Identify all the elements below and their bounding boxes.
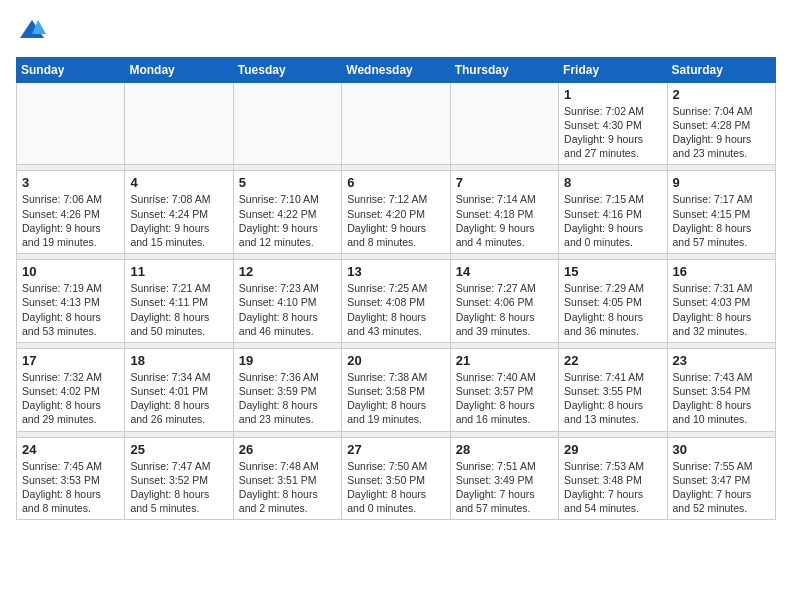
week-row-5: 24Sunrise: 7:45 AM Sunset: 3:53 PM Dayli… <box>17 437 776 520</box>
day-number: 28 <box>456 442 553 457</box>
day-number: 12 <box>239 264 336 279</box>
day-info: Sunrise: 7:43 AM Sunset: 3:54 PM Dayligh… <box>673 370 770 427</box>
day-info: Sunrise: 7:12 AM Sunset: 4:20 PM Dayligh… <box>347 192 444 249</box>
day-cell <box>233 82 341 165</box>
day-number: 26 <box>239 442 336 457</box>
day-info: Sunrise: 7:29 AM Sunset: 4:05 PM Dayligh… <box>564 281 661 338</box>
day-number: 3 <box>22 175 119 190</box>
day-cell: 21Sunrise: 7:40 AM Sunset: 3:57 PM Dayli… <box>450 348 558 431</box>
day-cell: 5Sunrise: 7:10 AM Sunset: 4:22 PM Daylig… <box>233 171 341 254</box>
day-number: 22 <box>564 353 661 368</box>
day-number: 2 <box>673 87 770 102</box>
day-info: Sunrise: 7:02 AM Sunset: 4:30 PM Dayligh… <box>564 104 661 161</box>
day-info: Sunrise: 7:53 AM Sunset: 3:48 PM Dayligh… <box>564 459 661 516</box>
day-cell: 28Sunrise: 7:51 AM Sunset: 3:49 PM Dayli… <box>450 437 558 520</box>
day-info: Sunrise: 7:23 AM Sunset: 4:10 PM Dayligh… <box>239 281 336 338</box>
day-cell: 6Sunrise: 7:12 AM Sunset: 4:20 PM Daylig… <box>342 171 450 254</box>
day-number: 8 <box>564 175 661 190</box>
day-info: Sunrise: 7:25 AM Sunset: 4:08 PM Dayligh… <box>347 281 444 338</box>
column-header-wednesday: Wednesday <box>342 57 450 82</box>
day-cell: 16Sunrise: 7:31 AM Sunset: 4:03 PM Dayli… <box>667 260 775 343</box>
day-cell: 26Sunrise: 7:48 AM Sunset: 3:51 PM Dayli… <box>233 437 341 520</box>
day-cell: 15Sunrise: 7:29 AM Sunset: 4:05 PM Dayli… <box>559 260 667 343</box>
day-cell: 27Sunrise: 7:50 AM Sunset: 3:50 PM Dayli… <box>342 437 450 520</box>
day-number: 20 <box>347 353 444 368</box>
day-number: 15 <box>564 264 661 279</box>
day-info: Sunrise: 7:38 AM Sunset: 3:58 PM Dayligh… <box>347 370 444 427</box>
page-header <box>16 16 776 49</box>
day-cell: 22Sunrise: 7:41 AM Sunset: 3:55 PM Dayli… <box>559 348 667 431</box>
day-info: Sunrise: 7:34 AM Sunset: 4:01 PM Dayligh… <box>130 370 227 427</box>
week-row-1: 1Sunrise: 7:02 AM Sunset: 4:30 PM Daylig… <box>17 82 776 165</box>
day-cell: 14Sunrise: 7:27 AM Sunset: 4:06 PM Dayli… <box>450 260 558 343</box>
day-number: 10 <box>22 264 119 279</box>
day-info: Sunrise: 7:21 AM Sunset: 4:11 PM Dayligh… <box>130 281 227 338</box>
day-cell: 20Sunrise: 7:38 AM Sunset: 3:58 PM Dayli… <box>342 348 450 431</box>
day-info: Sunrise: 7:36 AM Sunset: 3:59 PM Dayligh… <box>239 370 336 427</box>
day-info: Sunrise: 7:06 AM Sunset: 4:26 PM Dayligh… <box>22 192 119 249</box>
day-cell <box>342 82 450 165</box>
day-number: 30 <box>673 442 770 457</box>
day-number: 14 <box>456 264 553 279</box>
day-cell: 1Sunrise: 7:02 AM Sunset: 4:30 PM Daylig… <box>559 82 667 165</box>
day-cell <box>125 82 233 165</box>
day-number: 21 <box>456 353 553 368</box>
week-row-4: 17Sunrise: 7:32 AM Sunset: 4:02 PM Dayli… <box>17 348 776 431</box>
day-cell: 3Sunrise: 7:06 AM Sunset: 4:26 PM Daylig… <box>17 171 125 254</box>
day-info: Sunrise: 7:17 AM Sunset: 4:15 PM Dayligh… <box>673 192 770 249</box>
day-cell: 12Sunrise: 7:23 AM Sunset: 4:10 PM Dayli… <box>233 260 341 343</box>
day-number: 29 <box>564 442 661 457</box>
day-number: 4 <box>130 175 227 190</box>
day-number: 13 <box>347 264 444 279</box>
day-cell: 10Sunrise: 7:19 AM Sunset: 4:13 PM Dayli… <box>17 260 125 343</box>
day-info: Sunrise: 7:14 AM Sunset: 4:18 PM Dayligh… <box>456 192 553 249</box>
day-number: 27 <box>347 442 444 457</box>
day-number: 16 <box>673 264 770 279</box>
day-cell: 23Sunrise: 7:43 AM Sunset: 3:54 PM Dayli… <box>667 348 775 431</box>
day-number: 25 <box>130 442 227 457</box>
day-info: Sunrise: 7:32 AM Sunset: 4:02 PM Dayligh… <box>22 370 119 427</box>
day-info: Sunrise: 7:50 AM Sunset: 3:50 PM Dayligh… <box>347 459 444 516</box>
day-number: 23 <box>673 353 770 368</box>
header-row: SundayMondayTuesdayWednesdayThursdayFrid… <box>17 57 776 82</box>
day-info: Sunrise: 7:51 AM Sunset: 3:49 PM Dayligh… <box>456 459 553 516</box>
day-cell: 25Sunrise: 7:47 AM Sunset: 3:52 PM Dayli… <box>125 437 233 520</box>
week-row-2: 3Sunrise: 7:06 AM Sunset: 4:26 PM Daylig… <box>17 171 776 254</box>
day-cell: 2Sunrise: 7:04 AM Sunset: 4:28 PM Daylig… <box>667 82 775 165</box>
day-number: 5 <box>239 175 336 190</box>
day-info: Sunrise: 7:47 AM Sunset: 3:52 PM Dayligh… <box>130 459 227 516</box>
day-cell: 19Sunrise: 7:36 AM Sunset: 3:59 PM Dayli… <box>233 348 341 431</box>
logo-icon <box>18 16 46 44</box>
day-info: Sunrise: 7:10 AM Sunset: 4:22 PM Dayligh… <box>239 192 336 249</box>
day-number: 6 <box>347 175 444 190</box>
day-cell: 8Sunrise: 7:15 AM Sunset: 4:16 PM Daylig… <box>559 171 667 254</box>
day-number: 7 <box>456 175 553 190</box>
day-number: 19 <box>239 353 336 368</box>
day-info: Sunrise: 7:15 AM Sunset: 4:16 PM Dayligh… <box>564 192 661 249</box>
day-cell: 4Sunrise: 7:08 AM Sunset: 4:24 PM Daylig… <box>125 171 233 254</box>
day-cell: 30Sunrise: 7:55 AM Sunset: 3:47 PM Dayli… <box>667 437 775 520</box>
day-info: Sunrise: 7:40 AM Sunset: 3:57 PM Dayligh… <box>456 370 553 427</box>
day-info: Sunrise: 7:04 AM Sunset: 4:28 PM Dayligh… <box>673 104 770 161</box>
day-number: 17 <box>22 353 119 368</box>
calendar: SundayMondayTuesdayWednesdayThursdayFrid… <box>16 57 776 520</box>
day-info: Sunrise: 7:55 AM Sunset: 3:47 PM Dayligh… <box>673 459 770 516</box>
week-row-3: 10Sunrise: 7:19 AM Sunset: 4:13 PM Dayli… <box>17 260 776 343</box>
day-number: 11 <box>130 264 227 279</box>
day-cell: 17Sunrise: 7:32 AM Sunset: 4:02 PM Dayli… <box>17 348 125 431</box>
day-info: Sunrise: 7:31 AM Sunset: 4:03 PM Dayligh… <box>673 281 770 338</box>
day-cell: 7Sunrise: 7:14 AM Sunset: 4:18 PM Daylig… <box>450 171 558 254</box>
column-header-monday: Monday <box>125 57 233 82</box>
day-cell <box>17 82 125 165</box>
column-header-sunday: Sunday <box>17 57 125 82</box>
day-cell: 9Sunrise: 7:17 AM Sunset: 4:15 PM Daylig… <box>667 171 775 254</box>
column-header-tuesday: Tuesday <box>233 57 341 82</box>
day-cell: 11Sunrise: 7:21 AM Sunset: 4:11 PM Dayli… <box>125 260 233 343</box>
day-cell: 24Sunrise: 7:45 AM Sunset: 3:53 PM Dayli… <box>17 437 125 520</box>
day-number: 24 <box>22 442 119 457</box>
day-number: 18 <box>130 353 227 368</box>
day-info: Sunrise: 7:48 AM Sunset: 3:51 PM Dayligh… <box>239 459 336 516</box>
day-info: Sunrise: 7:27 AM Sunset: 4:06 PM Dayligh… <box>456 281 553 338</box>
day-info: Sunrise: 7:45 AM Sunset: 3:53 PM Dayligh… <box>22 459 119 516</box>
day-number: 1 <box>564 87 661 102</box>
